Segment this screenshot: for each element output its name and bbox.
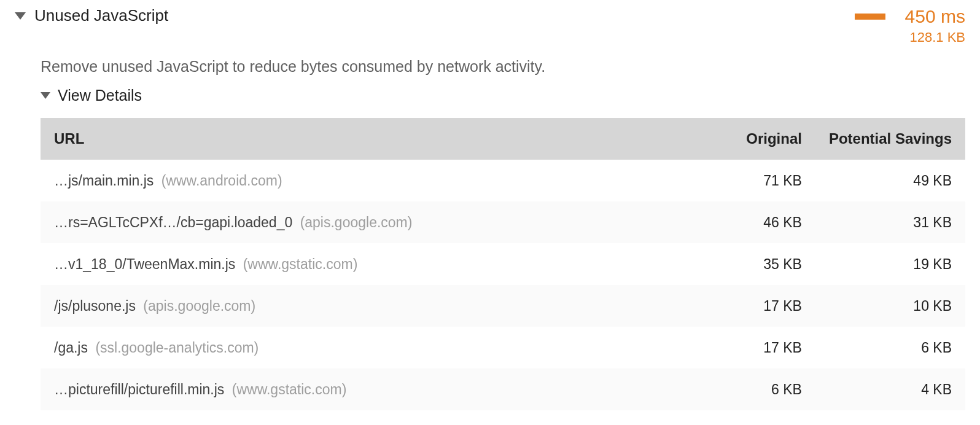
url-cell[interactable]: /js/plusone.js (apis.google.com)	[41, 285, 668, 327]
col-header-original[interactable]: Original	[668, 118, 815, 160]
url-domain: (www.gstatic.com)	[232, 381, 347, 397]
col-header-url[interactable]: URL	[41, 118, 668, 160]
chevron-down-icon	[15, 12, 26, 20]
url-path: /js/plusone.js	[54, 298, 136, 314]
original-cell: 46 KB	[668, 201, 815, 243]
view-details-toggle[interactable]: View Details	[41, 87, 965, 104]
table-row: …js/main.min.js (www.android.com) 71 KB …	[41, 160, 965, 201]
audit-header: Unused JavaScript 450 ms 128.1 KB	[15, 6, 965, 45]
url-path: …rs=AGLTcCPXf…/cb=gapi.loaded_0	[54, 214, 292, 230]
col-header-savings[interactable]: Potential Savings	[815, 118, 965, 160]
original-cell: 17 KB	[668, 327, 815, 368]
table-row: /ga.js (ssl.google-analytics.com) 17 KB …	[41, 327, 965, 368]
chevron-down-icon	[41, 92, 50, 99]
original-cell: 71 KB	[668, 160, 815, 201]
savings-cell: 6 KB	[815, 327, 965, 368]
metric-time: 450 ms	[905, 6, 965, 27]
table-row: …rs=AGLTcCPXf…/cb=gapi.loaded_0 (apis.go…	[41, 201, 965, 243]
url-domain: (apis.google.com)	[143, 298, 255, 314]
table-row: …v1_18_0/TweenMax.min.js (www.gstatic.co…	[41, 243, 965, 285]
original-cell: 35 KB	[668, 243, 815, 285]
url-cell[interactable]: …js/main.min.js (www.android.com)	[41, 160, 668, 201]
url-domain: (apis.google.com)	[300, 214, 413, 230]
url-path: …js/main.min.js	[54, 173, 154, 189]
audit-metrics: 450 ms 128.1 KB	[806, 6, 965, 45]
url-domain: (www.gstatic.com)	[243, 256, 358, 272]
url-path: …picturefill/picturefill.min.js	[54, 381, 224, 397]
url-domain: (ssl.google-analytics.com)	[95, 340, 259, 356]
audit-panel: Unused JavaScript 450 ms 128.1 KB Remove…	[0, 0, 980, 410]
url-cell[interactable]: …v1_18_0/TweenMax.min.js (www.gstatic.co…	[41, 243, 668, 285]
audit-details-table: URL Original Potential Savings …js/main.…	[41, 118, 965, 410]
original-cell: 17 KB	[668, 285, 815, 327]
severity-indicator-icon	[855, 14, 885, 20]
table-row: /js/plusone.js (apis.google.com) 17 KB 1…	[41, 285, 965, 327]
savings-cell: 4 KB	[815, 368, 965, 410]
url-path: /ga.js	[54, 340, 88, 356]
url-path: …v1_18_0/TweenMax.min.js	[54, 256, 235, 272]
table-row: …picturefill/picturefill.min.js (www.gst…	[41, 368, 965, 410]
savings-cell: 49 KB	[815, 160, 965, 201]
audit-description: Remove unused JavaScript to reduce bytes…	[41, 58, 965, 76]
url-cell[interactable]: …picturefill/picturefill.min.js (www.gst…	[41, 368, 668, 410]
view-details-label: View Details	[58, 87, 142, 104]
audit-metrics-row: 450 ms	[855, 6, 965, 27]
url-cell[interactable]: …rs=AGLTcCPXf…/cb=gapi.loaded_0 (apis.go…	[41, 201, 668, 243]
savings-cell: 31 KB	[815, 201, 965, 243]
audit-title: Unused JavaScript	[34, 6, 168, 25]
savings-cell: 19 KB	[815, 243, 965, 285]
audit-header-toggle[interactable]: Unused JavaScript	[15, 6, 806, 25]
savings-cell: 10 KB	[815, 285, 965, 327]
url-cell[interactable]: /ga.js (ssl.google-analytics.com)	[41, 327, 668, 368]
table-header-row: URL Original Potential Savings	[41, 118, 965, 160]
metric-size: 128.1 KB	[909, 29, 965, 45]
original-cell: 6 KB	[668, 368, 815, 410]
url-domain: (www.android.com)	[161, 173, 282, 189]
